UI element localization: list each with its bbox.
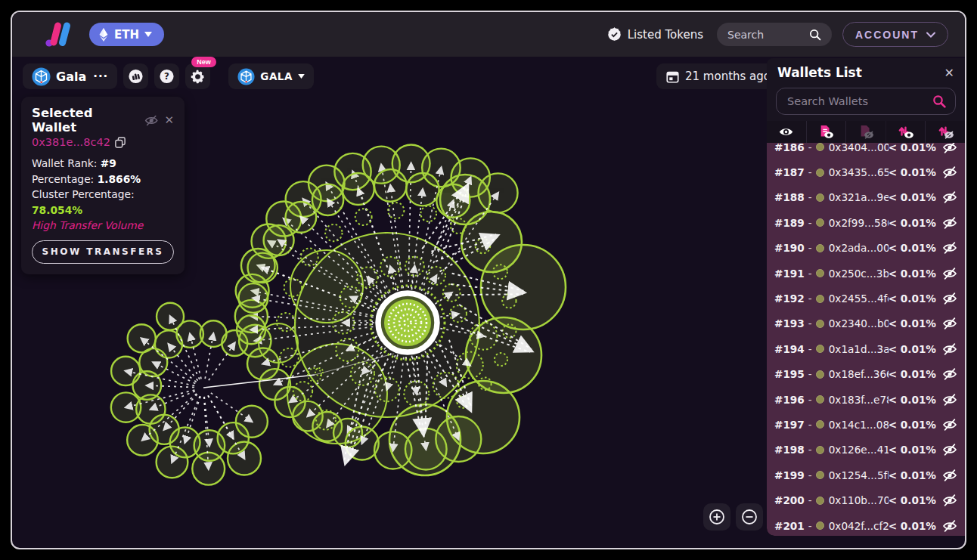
eye-slash-icon[interactable] bbox=[942, 444, 957, 456]
wallet-color-dot bbox=[816, 143, 824, 151]
wallet-row[interactable]: #190 - 0x2ada...001b < 0.01% bbox=[774, 236, 957, 261]
wallet-row[interactable]: #186 - 0x3404...007e < 0.01% bbox=[774, 143, 957, 159]
eye-slash-icon[interactable] bbox=[942, 419, 957, 431]
wallet-row[interactable]: #193 - 0x2340...b04a < 0.01% bbox=[774, 311, 957, 336]
token-search-input[interactable] bbox=[726, 28, 809, 42]
wallet-row[interactable]: #197 - 0x14c1...08ef < 0.01% bbox=[774, 412, 957, 437]
gear-icon bbox=[190, 67, 206, 86]
wallet-row[interactable]: #195 - 0x18ef...3668 < 0.01% bbox=[774, 362, 957, 387]
app-logo-icon[interactable] bbox=[42, 21, 76, 48]
eye-slash-icon[interactable] bbox=[942, 494, 957, 506]
token-name: Gala bbox=[56, 70, 86, 84]
selected-wallet-card: Selected Wallet ✕ 0x381e...8c42 Wallet R… bbox=[21, 97, 185, 274]
time-travel-badge[interactable]: 21 months ago bbox=[656, 63, 780, 89]
wallet-row[interactable]: #198 - 0x126e...4185 < 0.01% bbox=[774, 438, 957, 463]
wallet-rank: #197 bbox=[774, 419, 805, 431]
wallet-color-dot bbox=[816, 420, 824, 429]
wallet-row[interactable]: #189 - 0x2f99...5806 < 0.01% bbox=[774, 210, 957, 235]
token-search[interactable] bbox=[717, 23, 832, 46]
eth-icon bbox=[98, 27, 109, 42]
wallet-rank-line: Wallet Rank: #9 bbox=[32, 156, 174, 172]
show-contracts-filter[interactable] bbox=[807, 121, 847, 143]
eye-slash-icon[interactable] bbox=[942, 394, 957, 406]
wallet-address: 0x126e...4185 bbox=[829, 444, 889, 456]
wallet-row[interactable]: #199 - 0x1254...5fb1 < 0.01% bbox=[774, 463, 957, 487]
eye-slash-icon[interactable] bbox=[942, 191, 957, 203]
show-transfers-button[interactable]: SHOW TRANSFERS bbox=[32, 240, 174, 264]
eye-slash-icon[interactable] bbox=[942, 166, 957, 178]
transfer-volume-note: High Transfer Volume bbox=[32, 219, 174, 231]
wallet-row[interactable]: #187 - 0x3435...6540 < 0.01% bbox=[774, 159, 957, 184]
eye-slash-icon[interactable] bbox=[942, 343, 957, 355]
eye-slash-icon[interactable] bbox=[942, 292, 957, 305]
wallet-address: 0x2f99...5806 bbox=[829, 217, 889, 229]
eye-slash-icon[interactable] bbox=[942, 368, 957, 380]
eye-slash-icon[interactable] bbox=[942, 217, 957, 229]
wallet-percentage: < 0.01% bbox=[889, 268, 936, 280]
wallets-list-title: Wallets List bbox=[777, 65, 944, 80]
wallet-rank: #201 bbox=[774, 520, 805, 532]
selected-wallet-title: Selected Wallet bbox=[32, 106, 138, 135]
moralis-button[interactable] bbox=[123, 63, 148, 89]
calendar-icon bbox=[666, 70, 679, 83]
eye-slash-icon[interactable] bbox=[942, 242, 957, 254]
close-icon[interactable]: ✕ bbox=[944, 66, 954, 80]
wallets-list-panel: Wallets List ✕ bbox=[767, 58, 965, 536]
show-transfers-filter[interactable] bbox=[886, 121, 926, 143]
wallet-rank: #193 bbox=[774, 317, 805, 330]
wallet-row[interactable]: #201 - 0x042f...cf2b < 0.01% bbox=[774, 513, 957, 536]
eye-slash-icon[interactable] bbox=[942, 268, 957, 280]
close-icon[interactable]: ✕ bbox=[164, 113, 174, 127]
show-all-wallets-filter[interactable] bbox=[767, 121, 807, 143]
wallet-rank: #187 bbox=[774, 166, 805, 178]
token-switcher[interactable]: GALA bbox=[228, 63, 314, 89]
listed-tokens-toggle[interactable]: Listed Tokens bbox=[607, 27, 703, 42]
hide-transfers-filter[interactable] bbox=[926, 121, 965, 143]
wallet-row[interactable]: #192 - 0x2455...4fc4 < 0.01% bbox=[774, 286, 957, 311]
transfers-eye-icon bbox=[897, 125, 914, 139]
token-pill[interactable]: Gala ··· bbox=[23, 63, 117, 89]
eye-slash-icon[interactable] bbox=[144, 115, 158, 126]
eye-slash-icon[interactable] bbox=[942, 469, 957, 481]
wallet-row[interactable]: #196 - 0x183f...e78f < 0.01% bbox=[774, 387, 957, 412]
wallet-address: 0x2ada...001b bbox=[829, 242, 889, 254]
wallet-row[interactable]: #188 - 0x321a...9ead < 0.01% bbox=[774, 185, 957, 210]
wallet-list[interactable]: #186 - 0x3404...007e < 0.01% #187 - 0x34… bbox=[767, 143, 965, 536]
token-overflow-menu[interactable]: ··· bbox=[93, 70, 108, 83]
wallet-search[interactable] bbox=[776, 88, 956, 115]
wallet-color-dot bbox=[816, 269, 824, 277]
copy-icon[interactable] bbox=[115, 137, 126, 148]
eye-slash-icon[interactable] bbox=[942, 520, 957, 532]
help-button[interactable]: ? bbox=[154, 63, 179, 89]
account-label: ACCOUNT bbox=[855, 29, 919, 41]
wallet-percentage: < 0.01% bbox=[889, 217, 936, 229]
wallet-percentage: < 0.01% bbox=[889, 343, 936, 355]
settings-button[interactable]: New bbox=[185, 63, 210, 89]
wallet-search-input[interactable] bbox=[786, 94, 932, 108]
account-button[interactable]: ACCOUNT bbox=[842, 22, 948, 47]
wallet-rank: #199 bbox=[774, 469, 805, 481]
chevron-down-icon bbox=[144, 32, 152, 37]
wallet-color-dot bbox=[816, 244, 824, 252]
wallet-percentage: < 0.01% bbox=[889, 444, 936, 456]
wallet-address[interactable]: 0x381e...8c42 bbox=[32, 136, 110, 148]
wallet-percentage: < 0.01% bbox=[889, 317, 936, 330]
network-selector[interactable]: ETH bbox=[89, 23, 164, 46]
transfers-eye-slash-icon bbox=[937, 125, 954, 139]
wallet-row[interactable]: #191 - 0x250c...3ba2 < 0.01% bbox=[774, 261, 957, 286]
hide-contracts-filter[interactable] bbox=[846, 121, 886, 143]
wallet-address: 0x042f...cf2b bbox=[829, 520, 889, 532]
eye-slash-icon[interactable] bbox=[942, 317, 957, 330]
wallet-address: 0x2340...b04a bbox=[829, 317, 889, 330]
zoom-in-button[interactable] bbox=[703, 503, 730, 531]
eye-slash-icon[interactable] bbox=[942, 143, 957, 153]
wallet-percentage: < 0.01% bbox=[889, 469, 936, 481]
wallet-rank: #198 bbox=[774, 444, 805, 456]
wallet-row[interactable]: #194 - 0x1a1d...3a29 < 0.01% bbox=[774, 336, 957, 361]
wallet-percentage: < 0.01% bbox=[889, 191, 936, 203]
wallet-color-dot bbox=[816, 446, 824, 454]
zoom-out-button[interactable] bbox=[736, 503, 763, 531]
wallet-color-dot bbox=[816, 295, 824, 303]
wallet-address: 0x250c...3ba2 bbox=[829, 268, 889, 280]
wallet-row[interactable]: #200 - 0x110b...7057 < 0.01% bbox=[774, 487, 957, 512]
